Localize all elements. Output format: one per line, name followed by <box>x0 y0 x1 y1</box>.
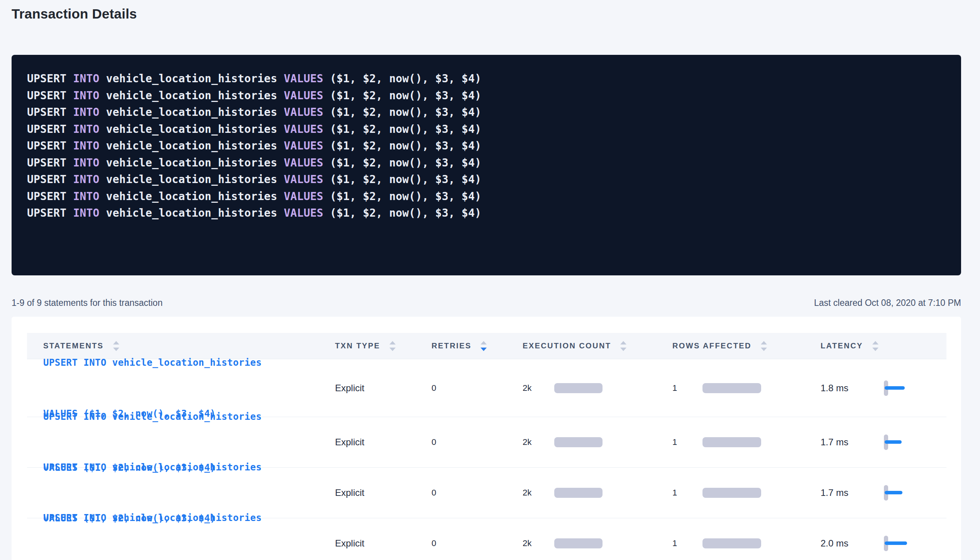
statement-link[interactable]: UPSERT INTO vehicle_location_histories V… <box>43 475 332 560</box>
column-header-execution-count[interactable]: EXECUTION COUNT <box>523 341 672 351</box>
statements-range-label: 1-9 of 9 statements for this transaction <box>12 298 162 308</box>
latency-range-icon <box>884 535 919 552</box>
transaction-details-page: Transaction Details UPSERT INTO vehicle_… <box>0 5 980 560</box>
latency-cell: 2.0 ms <box>821 535 946 552</box>
latency-cell: 1.8 ms <box>821 380 946 396</box>
execution-count-cell: 2k <box>523 437 672 447</box>
retries-value: 0 <box>428 488 523 498</box>
latency-range-icon <box>884 485 919 501</box>
column-header-label: LATENCY <box>821 341 863 350</box>
sort-icons <box>872 341 878 351</box>
statement-link-line-1: UPSERT INTO vehicle_location_histories <box>43 354 332 371</box>
latency-value: 1.7 ms <box>821 437 884 448</box>
statement-link-line-1: UPSERT INTO vehicle_location_histories <box>43 408 332 425</box>
sql-statement-line: UPSERT INTO vehicle_location_histories V… <box>27 70 946 87</box>
sort-ascending-icon <box>620 341 626 344</box>
sort-icons <box>761 341 767 351</box>
column-header-label: RETRIES <box>432 341 471 350</box>
latency-range-icon <box>884 380 919 396</box>
rows-affected-bar <box>702 538 761 548</box>
sort-ascending-icon <box>481 341 487 344</box>
latency-bar <box>885 440 902 444</box>
latency-bar <box>885 541 907 545</box>
sql-statements-box: UPSERT INTO vehicle_location_histories V… <box>12 55 961 275</box>
sort-descending-icon <box>761 348 767 351</box>
txn-type-value: Explicit <box>332 437 428 448</box>
execution-count-cell: 2k <box>523 383 672 393</box>
sort-icons <box>481 341 487 351</box>
column-header-latency[interactable]: LATENCY <box>821 341 946 351</box>
execution-count-value: 2k <box>523 383 554 393</box>
rows-affected-bar <box>702 437 761 447</box>
execution-count-value: 2k <box>523 488 554 498</box>
sort-icons <box>389 341 396 351</box>
latency-value: 2.0 ms <box>821 538 884 549</box>
rows-affected-value: 1 <box>672 488 702 498</box>
execution-count-bar <box>554 538 603 548</box>
sql-statement-line: UPSERT INTO vehicle_location_histories V… <box>27 154 946 171</box>
execution-count-value: 2k <box>523 538 554 548</box>
sort-descending-icon <box>872 348 878 351</box>
sql-statement-line: UPSERT INTO vehicle_location_histories V… <box>27 188 946 205</box>
execution-count-cell: 2k <box>523 538 672 548</box>
rows-affected-value: 1 <box>672 383 702 393</box>
latency-cell: 1.7 ms <box>821 434 946 450</box>
latency-range-icon <box>884 434 919 450</box>
column-header-label: ROWS AFFECTED <box>672 341 752 350</box>
sort-ascending-icon <box>872 341 878 344</box>
latency-bar <box>885 491 902 494</box>
rows-affected-cell: 1 <box>672 437 821 447</box>
table-row: UPSERT INTO vehicle_location_histories V… <box>27 518 946 560</box>
sort-ascending-icon <box>389 341 396 344</box>
sql-statement-line: UPSERT INTO vehicle_location_histories V… <box>27 121 946 138</box>
rows-affected-cell: 1 <box>672 538 821 548</box>
column-header-txn-type[interactable]: TXN TYPE <box>332 341 428 351</box>
retries-value: 0 <box>428 437 523 447</box>
column-header-retries[interactable]: RETRIES <box>428 341 523 351</box>
page-title: Transaction Details <box>12 5 961 22</box>
execution-count-bar <box>554 383 603 393</box>
last-cleared-label: Last cleared Oct 08, 2020 at 7:10 PM <box>814 298 961 308</box>
rows-affected-cell: 1 <box>672 383 821 393</box>
txn-type-value: Explicit <box>332 487 428 498</box>
execution-count-bar <box>554 488 603 498</box>
column-header-rows-affected[interactable]: ROWS AFFECTED <box>672 341 821 351</box>
retries-value: 0 <box>428 383 523 393</box>
latency-bar <box>885 386 905 390</box>
sort-descending-icon <box>389 348 396 351</box>
sort-descending-icon <box>481 348 487 351</box>
table-body: UPSERT INTO vehicle_location_histories V… <box>27 359 946 560</box>
sort-ascending-icon <box>761 341 767 344</box>
rows-affected-value: 1 <box>672 437 702 447</box>
table-meta-row: 1-9 of 9 statements for this transaction… <box>12 298 961 308</box>
execution-count-value: 2k <box>523 437 554 447</box>
latency-value: 1.8 ms <box>821 383 884 394</box>
sql-statement-line: UPSERT INTO vehicle_location_histories V… <box>27 87 946 104</box>
column-header-label: TXN TYPE <box>335 341 380 350</box>
sort-descending-icon <box>620 348 626 351</box>
statement-link-line-1: UPSERT INTO vehicle_location_histories <box>43 459 332 476</box>
execution-count-bar <box>554 437 603 447</box>
rows-affected-bar <box>702 488 761 498</box>
execution-count-cell: 2k <box>523 488 672 498</box>
rows-affected-value: 1 <box>672 538 702 548</box>
statement-cell: UPSERT INTO vehicle_location_histories V… <box>27 475 332 560</box>
latency-cell: 1.7 ms <box>821 485 946 501</box>
sql-statement-line: UPSERT INTO vehicle_location_histories V… <box>27 137 946 154</box>
statement-link-line-1: UPSERT INTO vehicle_location_histories <box>43 509 332 526</box>
latency-value: 1.7 ms <box>821 487 884 498</box>
sort-icons <box>620 341 626 351</box>
rows-affected-bar <box>702 383 761 393</box>
rows-affected-cell: 1 <box>672 488 821 498</box>
sql-statement-line: UPSERT INTO vehicle_location_histories V… <box>27 104 946 121</box>
retries-value: 0 <box>428 538 523 548</box>
statements-table-card: STATEMENTSTXN TYPERETRIESEXECUTION COUNT… <box>12 317 961 560</box>
txn-type-value: Explicit <box>332 383 428 394</box>
column-header-label: EXECUTION COUNT <box>523 341 611 350</box>
txn-type-value: Explicit <box>332 538 428 549</box>
sql-statement-line: UPSERT INTO vehicle_location_histories V… <box>27 205 946 222</box>
sql-statement-line: UPSERT INTO vehicle_location_histories V… <box>27 171 946 188</box>
